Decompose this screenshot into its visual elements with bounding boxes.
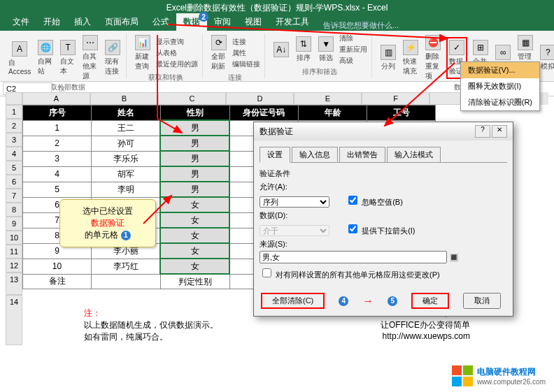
dv-menu-clear[interactable]: 清除验证标识圈(R)	[461, 94, 539, 110]
group-sort-filter: A↓ ⇅排序 ▼筛选 清除 重新应用 高级 排序和筛选	[268, 34, 372, 78]
row-headers: 1234567891011121314	[6, 105, 22, 345]
group-connections: ⟳全部刷新 连接 属性 编辑链接 连接	[206, 34, 265, 78]
callout-step-1: 选中已经设置 数据验证 的单元格 1	[59, 199, 156, 247]
dialog-tab-input[interactable]: 输入信息	[292, 147, 338, 163]
tab-formula[interactable]: 公式	[145, 13, 176, 31]
recent-sources[interactable]: 最近使用的源	[156, 59, 198, 69]
properties[interactable]: 属性	[232, 48, 260, 58]
sort-az-button[interactable]: A↓	[272, 41, 290, 59]
tab-home[interactable]: 开始	[36, 13, 67, 31]
show-queries[interactable]: 显示查询	[156, 37, 198, 47]
from-access-button[interactable]: A自 Access	[7, 40, 32, 77]
source-input[interactable]	[260, 251, 447, 263]
step-4-badge: 4	[339, 296, 348, 306]
advanced-filter[interactable]: 高级	[339, 56, 367, 66]
watermark: 电脑硬件教程网 www.computer26.com	[452, 365, 546, 386]
dialog-help-icon[interactable]: ?	[475, 125, 490, 138]
source-label: 来源(S):	[260, 239, 507, 249]
allow-label: 允许(A):	[260, 182, 507, 192]
new-query-button[interactable]: 📊新建查询	[134, 34, 152, 73]
tell-me[interactable]: 告诉我您想要做什么...	[323, 20, 399, 31]
from-table[interactable]: 从表格	[156, 48, 198, 58]
dialog-tab-error[interactable]: 出错警告	[339, 147, 385, 163]
allow-select[interactable]: 序列	[260, 196, 329, 208]
edit-links[interactable]: 编辑链接	[232, 59, 260, 69]
text-to-columns-button[interactable]: ▥分列	[379, 43, 397, 73]
dialog-close-icon[interactable]: ✕	[492, 125, 507, 138]
group-external-data: A自 Access 🌐自网站 T自文本 ⋯自其他来源 🔗现有连接 获取外部数据	[3, 34, 127, 78]
data-select: 介于	[260, 225, 329, 236]
cancel-button[interactable]: 取消	[463, 293, 501, 309]
col-a[interactable]: A	[22, 92, 90, 105]
dialog-tabs: 设置 输入信息 出错警告 输入法模式	[260, 146, 507, 163]
clear-all-button[interactable]: 全部清除(C)	[261, 293, 325, 309]
step-5-badge: 5	[388, 296, 397, 306]
tab-file[interactable]: 文件	[6, 13, 36, 31]
clear-filter[interactable]: 清除	[339, 34, 367, 43]
from-text-button[interactable]: T自文本	[59, 38, 77, 78]
ignore-blank-checkbox[interactable]	[348, 196, 357, 205]
tab-layout[interactable]: 页面布局	[98, 13, 145, 31]
tab-review[interactable]: 审阅	[207, 13, 238, 31]
tab-dev[interactable]: 开发工具	[269, 13, 316, 31]
col-e[interactable]: E	[294, 92, 362, 105]
dv-menu-validate[interactable]: 数据验证(V)...	[461, 62, 539, 78]
ok-button[interactable]: 确定	[411, 293, 449, 309]
dropdown-checkbox[interactable]	[348, 224, 357, 233]
step-2-badge: 2	[199, 12, 208, 22]
col-c[interactable]: C	[158, 92, 226, 105]
refresh-all-button[interactable]: ⟳全部刷新	[210, 34, 228, 73]
flash-fill-button[interactable]: ⚡快速填充	[402, 38, 420, 78]
step-1-badge: 1	[121, 231, 131, 240]
col-b[interactable]: B	[90, 92, 158, 105]
dialog-tab-settings[interactable]: 设置	[260, 147, 290, 163]
ribbon-tabs: 文件 开始 插入 页面布局 公式 数据2 审阅 视图 开发工具 告诉我您想要做什…	[0, 15, 554, 31]
existing-conn-button[interactable]: 🔗现有连接	[104, 38, 122, 78]
data-label: 数据(D):	[260, 210, 507, 221]
dialog-title: 数据验证	[260, 126, 293, 138]
dv-menu-circle[interactable]: 圈释无效数据(I)	[461, 78, 539, 94]
col-d[interactable]: D	[226, 92, 294, 105]
reapply-filter[interactable]: 重新应用	[339, 45, 367, 55]
range-picker-icon[interactable]: 🔳	[449, 253, 459, 261]
remove-dup-button[interactable]: ⛔删除重复项	[424, 34, 442, 82]
tab-insert[interactable]: 插入	[67, 13, 98, 31]
connections[interactable]: 连接	[232, 37, 260, 47]
col-f[interactable]: F	[362, 92, 429, 105]
dialog-tab-ime[interactable]: 输入法模式	[387, 147, 441, 163]
sort-button[interactable]: ⇅排序	[294, 35, 313, 64]
select-all-corner[interactable]	[6, 92, 22, 105]
tab-view[interactable]: 视图	[238, 13, 269, 31]
footer-note: 注： 以上数据随机生成，仅供数据演示。 如有雷同，纯属巧合。	[84, 307, 218, 343]
table-header-row: 序号姓名性别身份证号码年龄工号	[23, 106, 436, 121]
apply-all-checkbox[interactable]	[262, 268, 271, 277]
tab-data[interactable]: 数据2	[176, 13, 207, 31]
data-validation-dropdown: 数据验证(V)... 圈释无效数据(I) 清除验证标识圈(R)	[460, 61, 540, 111]
whatif-button[interactable]: ?模拟	[539, 43, 554, 73]
section-label: 验证条件	[260, 168, 507, 179]
from-other-button[interactable]: ⋯自其他来源	[81, 34, 99, 82]
group-query: 📊新建查询 显示查询 从表格 最近使用的源 获取和转换	[129, 34, 203, 78]
data-validation-dialog: 数据验证 ? ✕ 设置 输入信息 出错警告 输入法模式 验证条件 允许(A): …	[253, 122, 513, 317]
filter-button[interactable]: ▼筛选	[317, 35, 335, 64]
windows-logo-icon	[452, 365, 473, 386]
from-web-button[interactable]: 🌐自网站	[36, 38, 55, 78]
